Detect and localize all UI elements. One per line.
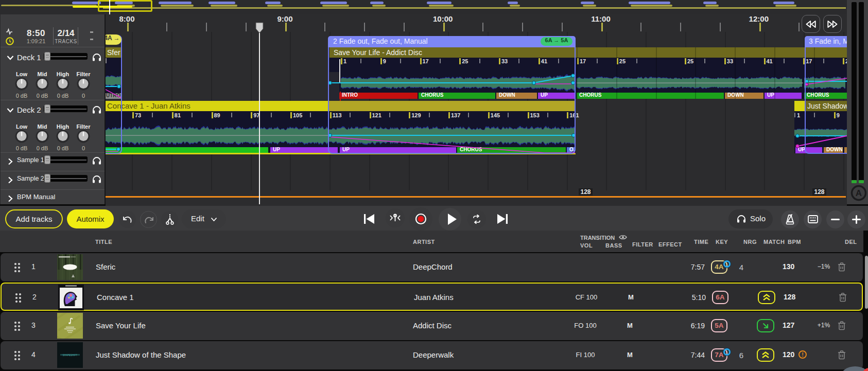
svg-text:A: A	[856, 188, 862, 198]
svg-text:SHAPESHIFT: SHAPESHIFT	[63, 354, 78, 357]
